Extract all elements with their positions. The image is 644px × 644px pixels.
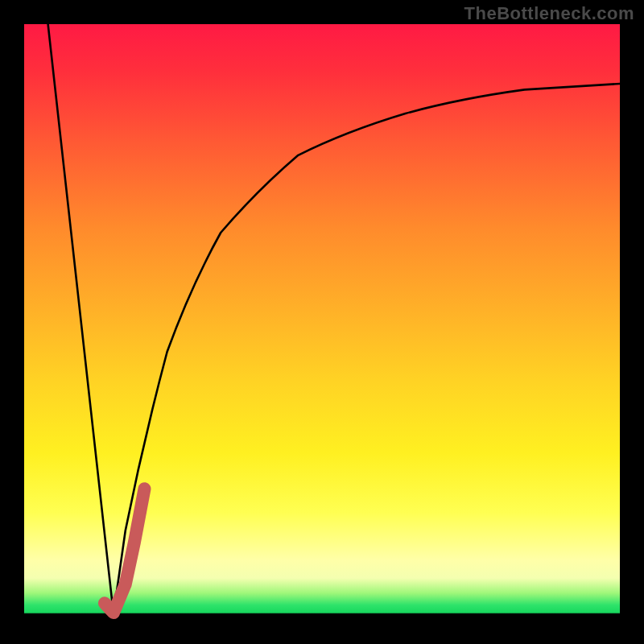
left-line <box>48 24 114 614</box>
curve-overlay <box>24 24 620 620</box>
right-curve <box>114 84 620 614</box>
plot-area <box>24 24 620 620</box>
chart-container: TheBottleneck.com <box>0 0 644 644</box>
watermark-text: TheBottleneck.com <box>464 3 634 24</box>
